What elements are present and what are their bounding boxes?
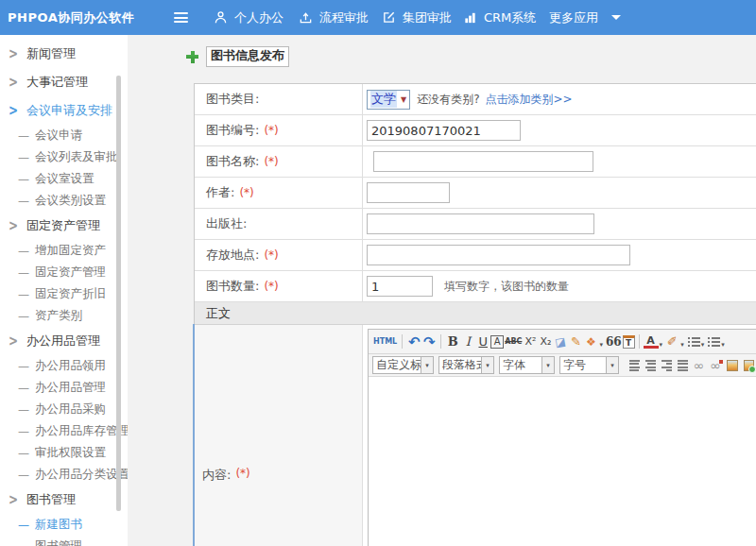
sidebar-item-label: 办公用品采购: [35, 401, 106, 418]
insert-link-icon[interactable]: ∞: [694, 358, 705, 373]
author-input[interactable]: [367, 182, 450, 203]
sidebar-scrollbar[interactable]: [116, 76, 121, 511]
align-right-icon[interactable]: [662, 360, 672, 371]
sidebar-item-label: 增加固定资产: [35, 243, 106, 259]
dropdown-caret-icon: ▾: [606, 357, 618, 373]
dropdown-label: 字号: [560, 357, 606, 373]
dash-icon: —: [18, 425, 29, 438]
insert-image-icon[interactable]: [727, 360, 737, 371]
sidebar-item-new-book[interactable]: — 新建图书: [0, 514, 128, 536]
sidebar-item-supplies-claim[interactable]: — 办公用品领用: [0, 355, 128, 377]
dropdown-caret-icon[interactable]: ▾: [680, 341, 684, 349]
dash-icon: —: [18, 403, 29, 417]
redo-icon[interactable]: ↷: [421, 333, 437, 351]
ordered-list-icon[interactable]: [688, 336, 700, 347]
remove-link-icon[interactable]: ∞: [710, 358, 721, 373]
category-select[interactable]: 文学 ▼: [367, 90, 410, 110]
sidebar-item-add-fixed-asset[interactable]: — 增加固定资产: [0, 240, 128, 262]
dropdown-caret-icon[interactable]: ▾: [660, 341, 663, 349]
nav-process-approval[interactable]: 流程审批: [299, 0, 369, 35]
nav-group-approval[interactable]: 集团审批: [382, 0, 452, 35]
topbar: PHPOA协同办公软件 个人办公 流程审批 集团审批 CRM系统 更多应用: [0, 0, 756, 35]
html-source-icon[interactable]: HTML: [372, 333, 398, 351]
field-label: 图书类目:: [206, 91, 259, 108]
dropdown-caret-icon[interactable]: ▾: [721, 341, 725, 349]
sidebar-item-supplies-category-settings[interactable]: — 办公用品分类设置: [0, 464, 128, 486]
toolbar-separator: [440, 334, 441, 349]
unordered-list-icon[interactable]: [708, 336, 720, 347]
field-label-cell: 出版社:: [195, 209, 363, 239]
add-category-link[interactable]: 点击添加类别>>: [486, 92, 573, 108]
field-label: 存放地点:: [206, 247, 259, 264]
dash-icon: —: [18, 266, 29, 280]
blockquote-icon[interactable]: 66: [605, 333, 623, 351]
sidebar-item-book-management-sub[interactable]: — 图书管理: [0, 536, 128, 546]
book-code-input[interactable]: [367, 120, 521, 141]
app-logo: PHPOA协同办公软件: [8, 0, 134, 35]
paragraph-format-dropdown[interactable]: 段落格式 ▾: [438, 356, 494, 374]
font-family-dropdown[interactable]: 字体 ▾: [499, 356, 555, 374]
sidebar: > 新闻管理 > 大事记管理 > 会议申请及安排 — 会议申请 — 会议列表及审…: [0, 35, 128, 546]
custom-title-dropdown[interactable]: 自定义标题 ▾: [372, 356, 434, 374]
font-style-icon[interactable]: A: [490, 335, 504, 349]
dropdown-caret-icon[interactable]: ▾: [599, 341, 603, 349]
publisher-input[interactable]: [367, 213, 594, 234]
strikethrough-icon[interactable]: ABC: [504, 333, 523, 351]
sidebar-item-meeting-list[interactable]: — 会议列表及审批: [0, 146, 128, 168]
font-color-icon[interactable]: A: [644, 334, 659, 349]
bold-icon[interactable]: B: [445, 333, 460, 351]
italic-icon[interactable]: I: [460, 333, 475, 351]
content-label-cell: 内容: (*): [195, 325, 363, 546]
editor-content-area[interactable]: [369, 377, 756, 546]
undo-icon[interactable]: ↶: [406, 333, 421, 351]
sidebar-item-approval-permission-settings[interactable]: — 审批权限设置: [0, 442, 128, 464]
format-painter-icon[interactable]: ❖: [583, 333, 598, 351]
sidebar-item-office-supplies[interactable]: > 办公用品管理: [0, 327, 128, 355]
dropdown-label: 字体: [500, 357, 541, 373]
nav-personal-office[interactable]: 个人办公: [214, 0, 284, 35]
nav-more-apps[interactable]: 更多应用: [549, 0, 621, 35]
sidebar-item-meeting-room-settings[interactable]: — 会议室设置: [0, 168, 128, 190]
body-section-header: 正文: [195, 302, 756, 325]
sidebar-item-meeting-category-settings[interactable]: — 会议类别设置: [0, 190, 128, 212]
chevron-right-icon: >: [9, 45, 18, 62]
nav-crm-system[interactable]: CRM系统: [463, 0, 536, 35]
sidebar-item-fixed-assets[interactable]: > 固定资产管理: [0, 212, 128, 240]
dropdown-caret-icon[interactable]: ▾: [701, 341, 705, 349]
sidebar-item-events-management[interactable]: > 大事记管理: [0, 68, 128, 96]
chevron-right-icon: >: [9, 74, 18, 91]
sidebar-item-supplies-management[interactable]: — 办公用品管理: [0, 377, 128, 399]
category-hint-text: 还没有类别?: [417, 92, 479, 108]
sidebar-item-label: 固定资产折旧: [35, 286, 106, 302]
dropdown-label: 段落格式: [439, 357, 481, 373]
sidebar-item-meeting-management[interactable]: > 会议申请及安排: [0, 96, 128, 125]
font-size-dropdown[interactable]: 字号 ▾: [559, 356, 619, 374]
sidebar-item-supplies-purchase[interactable]: — 办公用品采购: [0, 399, 128, 420]
sidebar-item-fixed-asset-depreciation[interactable]: — 固定资产折旧: [0, 283, 128, 305]
form-row-quantity: 图书数量: (*) 填写数字，该图书的数量: [195, 271, 756, 302]
sidebar-item-book-management[interactable]: > 图书管理: [0, 486, 128, 514]
required-mark: (*): [239, 186, 253, 199]
eraser-icon[interactable]: ◪: [552, 331, 570, 351]
sidebar-item-supplies-inventory[interactable]: — 办公用品库存管理: [0, 420, 128, 442]
align-left-icon[interactable]: [629, 360, 640, 371]
align-justify-icon[interactable]: [678, 360, 688, 371]
sidebar-item-news-management[interactable]: > 新闻管理: [0, 40, 128, 68]
highlight-color-icon[interactable]: ✐: [664, 333, 679, 351]
quantity-input[interactable]: [367, 276, 433, 297]
sidebar-item-label: 会议申请: [35, 128, 82, 144]
hamburger-menu-icon[interactable]: [174, 12, 188, 23]
book-name-input[interactable]: [373, 151, 593, 172]
align-center-icon[interactable]: [645, 360, 656, 371]
sidebar-item-meeting-apply[interactable]: — 会议申请: [0, 125, 128, 146]
superscript-icon[interactable]: X²: [523, 333, 538, 351]
location-input[interactable]: [367, 245, 630, 265]
paste-as-text-icon[interactable]: T: [623, 335, 635, 349]
dash-icon: —: [18, 288, 29, 301]
format-brush-icon[interactable]: ✎: [568, 333, 583, 351]
sidebar-item-fixed-asset-management[interactable]: — 固定资产管理: [0, 262, 128, 283]
upload-image-icon[interactable]: [744, 360, 754, 371]
underline-icon[interactable]: U: [475, 333, 490, 351]
sidebar-item-asset-category[interactable]: — 资产类别: [0, 305, 128, 327]
dash-icon: —: [18, 310, 29, 323]
